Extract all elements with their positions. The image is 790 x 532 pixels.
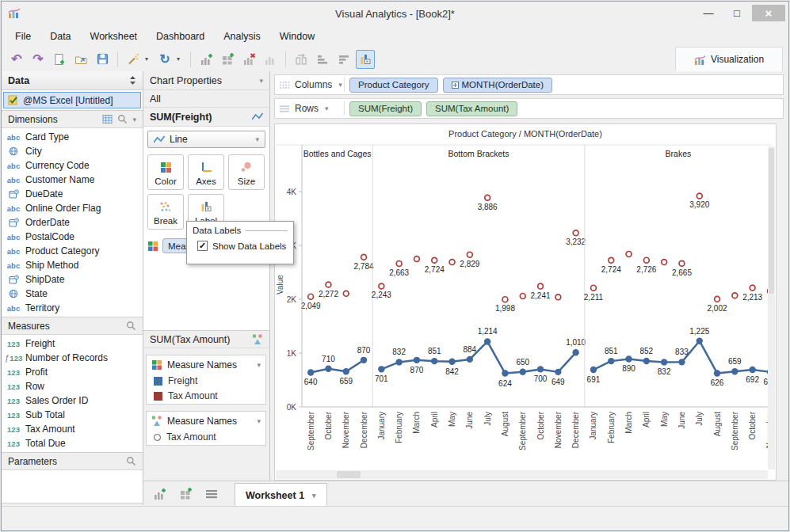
chevron-down-icon[interactable]: ▾ <box>257 417 261 425</box>
tax-amount-point[interactable] <box>502 297 508 302</box>
dimension-item[interactable]: DueDate <box>2 187 143 201</box>
tax-amount-point[interactable] <box>485 195 490 200</box>
freight-point[interactable] <box>572 349 578 355</box>
view-data-grid-icon[interactable] <box>102 114 113 124</box>
freight-point[interactable] <box>343 368 349 374</box>
new-workbook-button[interactable] <box>50 50 69 69</box>
menu-analysis[interactable]: Analysis <box>223 31 261 42</box>
search-icon[interactable] <box>117 114 128 124</box>
freight-point[interactable] <box>537 366 544 372</box>
freight-point[interactable] <box>307 369 314 375</box>
vertical-scrollbar[interactable] <box>768 146 775 469</box>
freight-point[interactable] <box>414 357 420 363</box>
dimension-item[interactable]: abcCard Type <box>2 130 143 144</box>
datasource-item[interactable]: @MS Excel [Untitled] <box>3 92 141 108</box>
tax-amount-point[interactable] <box>538 283 544 289</box>
measure-item[interactable]: 123Freight <box>2 336 143 351</box>
undo-button[interactable]: ↶ <box>7 50 26 69</box>
freight-point[interactable] <box>643 358 650 364</box>
freight-point[interactable] <box>608 358 614 364</box>
freight-point[interactable] <box>696 338 703 344</box>
menu-dashboard[interactable]: Dashboard <box>156 31 204 42</box>
parameters-list[interactable] <box>2 470 143 504</box>
new-worksheet-button[interactable] <box>197 50 216 69</box>
measure-item[interactable]: 123Sub Total <box>2 408 143 422</box>
marks-card-tax[interactable]: SUM(Tax Amount) <box>143 331 269 348</box>
tax-amount-point[interactable] <box>396 261 402 267</box>
columns-shelf-label[interactable]: Columns ▾ <box>295 79 339 90</box>
visualization-tab[interactable]: Visualization <box>675 47 783 71</box>
freight-point[interactable] <box>467 356 473 363</box>
dimension-item[interactable]: abcCustomer Name <box>2 173 143 187</box>
axes-button[interactable]: Axes <box>188 154 224 190</box>
menu-file[interactable]: File <box>15 31 31 42</box>
dimension-item[interactable]: OrderDate <box>2 215 143 230</box>
tax-amount-point[interactable] <box>467 252 472 257</box>
tax-amount-point[interactable] <box>732 293 738 298</box>
freight-point[interactable] <box>714 370 720 376</box>
freight-point[interactable] <box>678 359 685 365</box>
freight-point[interactable] <box>325 366 331 372</box>
freight-point[interactable] <box>661 359 667 365</box>
tax-amount-point[interactable] <box>750 285 755 291</box>
tax-amount-point[interactable] <box>379 283 384 289</box>
chevron-down-icon[interactable]: ▾ <box>132 116 136 124</box>
freight-point[interactable] <box>731 368 738 374</box>
tax-amount-point[interactable] <box>662 260 667 265</box>
freight-point[interactable] <box>590 367 597 373</box>
tax-amount-point[interactable] <box>343 291 349 296</box>
minimize-button[interactable]: — <box>695 5 722 21</box>
tax-amount-point[interactable] <box>626 251 632 256</box>
vertical-scrollbar-thumb[interactable] <box>769 148 774 294</box>
freight-point[interactable] <box>749 367 755 373</box>
clear-sheet-button[interactable] <box>239 50 258 69</box>
show-data-labels-checkbox[interactable]: ✓ <box>197 241 208 251</box>
tax-amount-point[interactable] <box>432 257 437 263</box>
pill-month-orderdate[interactable]: MONTH(OrderDate) <box>443 78 553 93</box>
format-wand-caret[interactable]: ▾ <box>145 55 153 63</box>
refresh-button[interactable]: ↻ <box>155 50 174 69</box>
measure-item[interactable]: 123Profit <box>2 365 143 379</box>
search-icon[interactable] <box>126 456 136 466</box>
tax-amount-point[interactable] <box>308 294 314 299</box>
freight-point[interactable] <box>378 366 384 372</box>
marks-card-all[interactable]: All <box>143 90 269 108</box>
freight-point[interactable] <box>395 359 402 365</box>
legend-item-freight[interactable]: Freight <box>147 374 265 389</box>
maximize-button[interactable]: □ <box>723 5 750 21</box>
worksheet-tab[interactable]: Worksheet 1 ▾ <box>235 483 327 507</box>
size-button[interactable]: Size <box>228 154 265 190</box>
tax-amount-point[interactable] <box>643 257 649 263</box>
expand-plus-icon[interactable] <box>452 82 459 89</box>
menu-data[interactable]: Data <box>50 31 71 42</box>
dimension-item[interactable]: abcOnline Order Flag <box>2 201 143 215</box>
break-button[interactable]: Break <box>147 194 184 230</box>
measure-item[interactable]: ƒ123Number of Records <box>2 351 143 365</box>
measure-item[interactable]: 123Total Due <box>2 436 143 450</box>
freight-point[interactable] <box>431 358 437 364</box>
tax-amount-point[interactable] <box>555 294 561 300</box>
horizontal-scrollbar[interactable] <box>276 470 768 479</box>
color-legend-header[interactable]: Measure Names ▾ <box>147 355 265 374</box>
pill-sum-tax-amount[interactable]: SUM(Tax Amount) <box>426 101 517 116</box>
dimension-item[interactable]: abcShip Method <box>2 258 143 272</box>
tax-amount-point[interactable] <box>679 260 685 266</box>
sheet-list-icon[interactable] <box>202 484 221 504</box>
rows-shelf-label[interactable]: Rows ▾ <box>295 103 339 114</box>
tax-amount-point[interactable] <box>449 260 455 265</box>
close-button[interactable]: × <box>752 5 785 21</box>
pill-product-category[interactable]: Product Category <box>349 78 438 93</box>
freight-point[interactable] <box>555 369 561 375</box>
search-icon[interactable] <box>126 321 136 331</box>
horizontal-scrollbar-thumb[interactable] <box>337 471 361 478</box>
marks-card-freight[interactable]: SUM(Freight) <box>143 108 269 127</box>
freight-point[interactable] <box>361 357 367 363</box>
menu-worksheet[interactable]: Worksheet <box>90 31 138 42</box>
measure-item[interactable]: 123Row <box>2 379 143 393</box>
dimension-item[interactable]: ShipDate <box>2 272 143 287</box>
tax-amount-point[interactable] <box>696 193 702 199</box>
mark-type-select[interactable]: Line ▾ <box>147 131 265 148</box>
measure-item[interactable]: 123Sales Order ID <box>2 393 143 408</box>
dimension-item[interactable]: abcPostalCode <box>2 230 143 244</box>
dimension-item[interactable]: City <box>2 144 143 158</box>
